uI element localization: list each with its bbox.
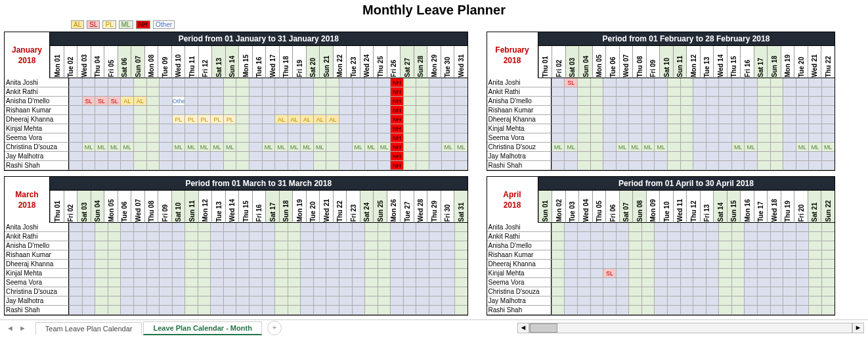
day-cell[interactable] [429, 306, 442, 315]
day-cell[interactable] [429, 232, 442, 241]
day-cell[interactable] [429, 124, 442, 133]
day-cell[interactable] [680, 97, 693, 106]
day-cell[interactable] [783, 152, 796, 161]
day-cell[interactable] [744, 161, 757, 170]
day-cell[interactable] [262, 78, 275, 87]
day-cell[interactable] [288, 133, 301, 143]
day-cell[interactable] [680, 241, 693, 250]
day-cell[interactable] [210, 296, 223, 306]
day-cell[interactable] [223, 287, 236, 296]
day-cell[interactable] [146, 87, 160, 97]
day-cell[interactable] [706, 260, 719, 269]
day-cell[interactable] [429, 260, 442, 269]
day-cell[interactable] [641, 306, 655, 315]
day-cell[interactable] [352, 115, 365, 124]
day-cell[interactable] [667, 250, 680, 260]
day-cell[interactable] [108, 133, 121, 143]
day-cell[interactable] [223, 232, 236, 241]
day-cell[interactable] [95, 260, 108, 269]
day-cell[interactable] [808, 269, 821, 278]
day-cell[interactable] [108, 115, 121, 124]
day-cell[interactable] [718, 87, 731, 97]
day-cell[interactable] [808, 250, 821, 260]
day-cell[interactable] [590, 97, 603, 106]
day-cell[interactable] [120, 232, 133, 241]
day-cell[interactable] [616, 306, 629, 315]
day-cell[interactable] [184, 223, 198, 232]
day-cell[interactable] [654, 296, 667, 306]
day-cell[interactable]: SL [564, 78, 577, 87]
day-cell[interactable] [564, 241, 577, 250]
day-cell[interactable]: ML [796, 143, 809, 152]
day-cell[interactable] [552, 106, 565, 115]
day-cell[interactable] [757, 161, 770, 170]
day-cell[interactable] [429, 133, 442, 143]
day-cell[interactable] [454, 106, 467, 115]
day-cell[interactable] [223, 97, 236, 106]
day-cell[interactable] [69, 250, 82, 260]
day-cell[interactable] [783, 87, 796, 97]
scroll-thumb[interactable] [530, 323, 557, 333]
day-cell[interactable] [210, 287, 223, 296]
day-cell[interactable] [184, 87, 198, 97]
day-cell[interactable] [146, 97, 160, 106]
day-cell[interactable] [821, 161, 835, 170]
day-cell[interactable] [378, 124, 391, 133]
day-cell[interactable] [403, 260, 416, 269]
day-cell[interactable] [236, 124, 249, 133]
day-cell[interactable] [403, 269, 416, 278]
day-cell[interactable] [744, 87, 757, 97]
day-cell[interactable] [429, 269, 442, 278]
day-cell[interactable] [326, 87, 339, 97]
day-cell[interactable] [313, 241, 326, 250]
day-cell[interactable] [680, 296, 693, 306]
day-cell[interactable] [744, 232, 757, 241]
day-cell[interactable] [95, 78, 108, 87]
day-cell[interactable] [210, 306, 223, 315]
day-cell[interactable] [429, 152, 442, 161]
day-cell[interactable] [680, 269, 693, 278]
day-cell[interactable] [770, 296, 783, 306]
day-cell[interactable] [564, 287, 577, 296]
day-cell[interactable] [288, 278, 301, 287]
day-cell[interactable] [654, 260, 667, 269]
day-cell[interactable] [223, 250, 236, 260]
day-cell[interactable] [680, 133, 693, 143]
day-cell[interactable] [783, 223, 796, 232]
day-cell[interactable] [146, 296, 160, 306]
day-cell[interactable] [364, 124, 378, 133]
day-cell[interactable] [288, 106, 301, 115]
day-cell[interactable] [706, 152, 719, 161]
day-cell[interactable] [82, 278, 95, 287]
day-cell[interactable] [82, 232, 95, 241]
day-cell[interactable] [326, 278, 339, 287]
day-cell[interactable] [159, 269, 172, 278]
day-cell[interactable] [718, 278, 731, 287]
day-cell[interactable] [184, 97, 198, 106]
day-cell[interactable] [796, 97, 809, 106]
day-cell[interactable] [326, 143, 339, 152]
day-cell[interactable] [590, 143, 603, 152]
day-cell[interactable] [667, 133, 680, 143]
day-cell[interactable] [693, 106, 706, 115]
day-cell[interactable] [339, 106, 352, 115]
day-cell[interactable] [262, 241, 275, 250]
day-cell[interactable] [313, 269, 326, 278]
day-cell[interactable] [159, 115, 172, 124]
day-cell[interactable] [69, 87, 82, 97]
day-cell[interactable] [706, 106, 719, 115]
day-cell[interactable] [808, 87, 821, 97]
day-cell[interactable] [133, 115, 146, 124]
day-cell[interactable] [133, 232, 146, 241]
day-cell[interactable] [249, 296, 262, 306]
day-cell[interactable] [378, 87, 391, 97]
day-cell[interactable] [133, 78, 146, 87]
day-cell[interactable] [693, 124, 706, 133]
day-cell[interactable] [783, 306, 796, 315]
day-cell[interactable] [590, 287, 603, 296]
day-cell[interactable] [108, 223, 121, 232]
day-cell[interactable] [564, 278, 577, 287]
day-cell[interactable]: NH [390, 143, 403, 152]
day-cell[interactable] [552, 250, 565, 260]
day-cell[interactable] [552, 78, 565, 87]
